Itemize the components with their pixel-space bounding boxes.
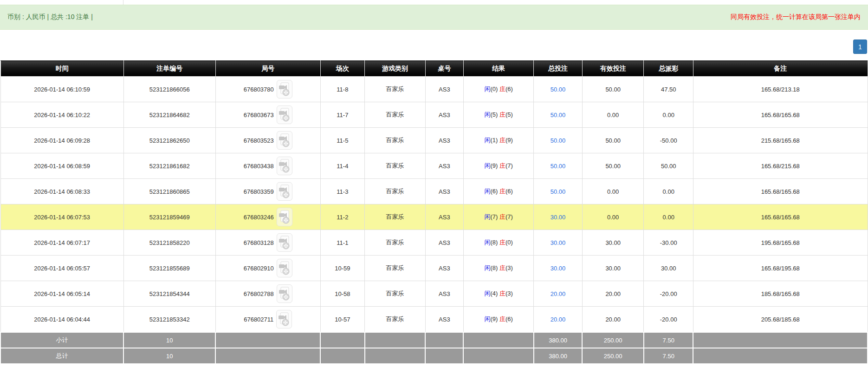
cell-remark: 165.68/165.68 <box>693 179 868 204</box>
video-replay-button[interactable] <box>277 157 292 175</box>
result-player-score: (1) <box>490 137 499 144</box>
round-id-text: 676803246 <box>244 214 274 221</box>
cell-table-no: AS3 <box>425 102 463 128</box>
cell-session: 11-5 <box>320 128 364 153</box>
total-bet-link[interactable]: 50.00 <box>551 86 566 93</box>
result-player-score: (4) <box>490 290 499 297</box>
total-bet-link[interactable]: 30.00 <box>551 265 566 272</box>
cell-time: 2026-01-14 06:04:44 <box>0 307 123 333</box>
table-row: 2026-01-14 06:08:59523121861682676803438… <box>0 153 868 179</box>
video-replay-button[interactable] <box>277 131 292 150</box>
result-player-score: (0) <box>490 85 499 92</box>
result-banker-score: (0) <box>505 239 513 246</box>
cell-bet-id: 523121859469 <box>123 204 215 230</box>
cell-round-id: 676803438 <box>215 153 320 179</box>
video-replay-button[interactable] <box>277 182 292 201</box>
page-button-1[interactable]: 1 <box>853 39 867 54</box>
total-bet-link[interactable]: 50.00 <box>551 112 566 118</box>
total-bet-link[interactable]: 30.00 <box>551 214 566 221</box>
total-row-round-id <box>215 348 320 364</box>
cell-total-bet: 30.00 <box>534 230 583 256</box>
video-icon <box>279 158 291 173</box>
cell-round-id: 676802910 <box>215 256 320 281</box>
cell-time: 2026-01-14 06:05:14 <box>0 281 123 307</box>
cell-total-payout: 47.50 <box>644 77 693 102</box>
video-replay-button[interactable] <box>276 310 292 329</box>
total-bet-link[interactable]: 50.00 <box>551 163 566 170</box>
video-replay-button[interactable] <box>277 105 292 124</box>
summary-bar: 币别 : 人民币 | 总共 :10 注单 | 同局有效投注，统一计算在该局第一张… <box>0 5 868 30</box>
cell-result: 闲(8) 庄(3) <box>463 256 533 281</box>
column-header-session: 场次 <box>320 61 364 77</box>
round-id-text: 676803780 <box>244 86 274 93</box>
bet-records-page: 币别 : 人民币 | 总共 :10 注单 | 同局有效投注，统一计算在该局第一张… <box>0 0 868 364</box>
cell-total-bet: 20.00 <box>534 307 583 333</box>
result-banker-score: (5) <box>505 111 513 118</box>
video-icon <box>279 210 291 224</box>
cell-table-no: AS3 <box>425 77 463 102</box>
result-player-score: (9) <box>490 315 499 322</box>
cell-remark: 185.68/165.68 <box>693 281 868 307</box>
cell-bet-id: 523121866056 <box>123 77 215 102</box>
cell-valid-bet: 20.00 <box>582 307 644 333</box>
round-id-text: 676803523 <box>244 137 274 144</box>
cell-valid-bet: 30.00 <box>582 256 644 281</box>
cell-session: 10-59 <box>320 256 364 281</box>
column-header-total-bet: 总投注 <box>534 61 583 77</box>
total-bet-link[interactable]: 30.00 <box>551 239 566 246</box>
total-bet-link[interactable]: 20.00 <box>551 316 566 323</box>
total-bet-link[interactable]: 20.00 <box>551 290 566 297</box>
video-replay-button[interactable] <box>277 233 292 252</box>
result-banker-score: (3) <box>505 290 513 297</box>
cell-table-no: AS3 <box>425 153 463 179</box>
result-banker-label: 庄 <box>499 290 505 297</box>
total-row-valid-bet: 250.00 <box>582 348 644 364</box>
cell-result: 闲(8) 庄(0) <box>463 230 533 256</box>
cell-total-bet: 50.00 <box>534 77 583 102</box>
cell-bet-id: 523121860865 <box>123 179 215 204</box>
cell-remark: 165.68/165.68 <box>693 102 868 128</box>
subtotal-row-time: 小计 <box>0 332 123 348</box>
round-id-text: 676802910 <box>244 265 274 272</box>
total-row-remark <box>693 348 868 364</box>
result-banker-label: 庄 <box>499 264 505 271</box>
cell-table-no: AS3 <box>425 230 463 256</box>
total-bet-link[interactable]: 50.00 <box>551 137 566 144</box>
table-row: 2026-01-14 06:05:57523121855689676802910… <box>0 256 868 281</box>
result-player-score: (8) <box>490 239 499 246</box>
cell-total-bet: 50.00 <box>534 128 583 153</box>
result-banker-label: 庄 <box>499 111 505 118</box>
table-footer: 小计10380.00250.007.50总计10380.00250.007.50 <box>0 332 868 364</box>
table-row: 2026-01-14 06:08:33523121860865676803359… <box>0 179 868 204</box>
cell-total-payout: 30.00 <box>644 256 693 281</box>
total-row-time: 总计 <box>0 348 123 364</box>
cell-remark: 165.68/165.68 <box>693 204 868 230</box>
round-id-text: 676803673 <box>244 112 274 118</box>
currency-total-text: 币别 : 人民币 | 总共 :10 注单 | <box>7 13 93 21</box>
cell-game-type: 百家乐 <box>365 256 426 281</box>
cell-result: 闲(9) 庄(7) <box>463 153 533 179</box>
video-replay-button[interactable] <box>277 208 292 226</box>
cell-table-no: AS3 <box>425 179 463 204</box>
result-player-label: 闲 <box>484 239 490 246</box>
cell-total-payout: -50.00 <box>644 128 693 153</box>
result-banker-label: 庄 <box>499 213 505 220</box>
cell-valid-bet: 0.00 <box>582 204 644 230</box>
video-replay-button[interactable] <box>277 259 292 277</box>
cell-table-no: AS3 <box>425 128 463 153</box>
bet-records-table: 时间注单编号局号场次游戏类别桌号结果总投注有效投注总派彩备注 2026-01-1… <box>0 60 868 364</box>
column-header-time: 时间 <box>0 61 123 77</box>
video-replay-button[interactable] <box>277 80 292 99</box>
result-banker-score: (6) <box>505 85 513 92</box>
result-banker-score: (9) <box>505 137 513 144</box>
video-icon <box>279 235 291 250</box>
total-bet-link[interactable]: 50.00 <box>551 188 566 195</box>
cell-session: 11-1 <box>320 230 364 256</box>
cell-session: 10-58 <box>320 281 364 307</box>
video-replay-button[interactable] <box>277 284 292 303</box>
subtotal-row-result <box>463 332 533 348</box>
cell-time: 2026-01-14 06:07:53 <box>0 204 123 230</box>
column-border-remnant <box>123 0 123 5</box>
table-row: 2026-01-14 06:10:59523121866056676803780… <box>0 77 868 102</box>
cell-remark: 205.68/185.68 <box>693 307 868 333</box>
